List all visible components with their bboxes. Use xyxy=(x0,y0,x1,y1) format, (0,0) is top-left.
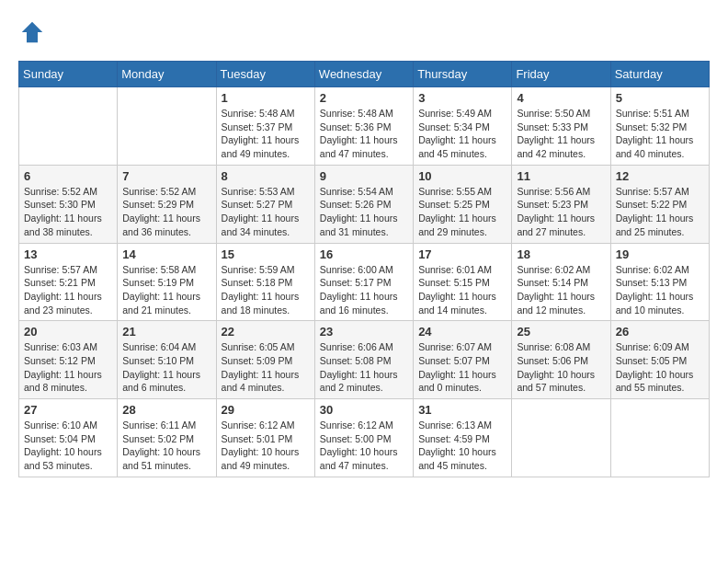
day-info: Sunrise: 6:05 AM Sunset: 5:09 PM Dayligh… xyxy=(222,340,310,395)
day-number: 14 xyxy=(122,247,210,261)
svg-marker-0 xyxy=(22,22,43,43)
day-info: Sunrise: 5:53 AM Sunset: 5:27 PM Dayligh… xyxy=(222,185,310,239)
calendar-cell: 31Sunrise: 6:13 AM Sunset: 4:59 PM Dayli… xyxy=(414,399,512,477)
day-info: Sunrise: 5:54 AM Sunset: 5:26 PM Dayligh… xyxy=(320,185,408,239)
day-info: Sunrise: 6:04 AM Sunset: 5:10 PM Dayligh… xyxy=(122,340,210,395)
calendar-cell: 9Sunrise: 5:54 AM Sunset: 5:26 PM Daylig… xyxy=(314,165,413,243)
calendar-cell: 2Sunrise: 5:48 AM Sunset: 5:36 PM Daylig… xyxy=(314,87,413,166)
day-number: 28 xyxy=(122,403,210,417)
day-info: Sunrise: 6:12 AM Sunset: 5:00 PM Dayligh… xyxy=(320,419,408,473)
day-info: Sunrise: 5:51 AM Sunset: 5:32 PM Dayligh… xyxy=(616,107,704,161)
day-number: 29 xyxy=(222,403,310,417)
calendar-cell: 27Sunrise: 6:10 AM Sunset: 5:04 PM Dayli… xyxy=(19,399,118,477)
day-info: Sunrise: 6:00 AM Sunset: 5:17 PM Dayligh… xyxy=(320,263,408,317)
calendar-cell: 12Sunrise: 5:57 AM Sunset: 5:22 PM Dayli… xyxy=(610,165,709,243)
day-number: 12 xyxy=(616,169,704,183)
day-info: Sunrise: 5:48 AM Sunset: 5:36 PM Dayligh… xyxy=(320,107,408,161)
calendar-cell xyxy=(19,87,118,166)
calendar-cell: 26Sunrise: 6:09 AM Sunset: 5:05 PM Dayli… xyxy=(610,321,709,399)
calendar-cell: 30Sunrise: 6:12 AM Sunset: 5:00 PM Dayli… xyxy=(314,399,413,477)
day-info: Sunrise: 5:58 AM Sunset: 5:19 PM Dayligh… xyxy=(122,263,210,317)
calendar-header-monday: Monday xyxy=(118,62,216,87)
calendar-cell: 5Sunrise: 5:51 AM Sunset: 5:32 PM Daylig… xyxy=(610,87,709,166)
day-number: 30 xyxy=(320,403,408,417)
day-number: 22 xyxy=(222,325,310,339)
calendar-week-row: 1Sunrise: 5:48 AM Sunset: 5:37 PM Daylig… xyxy=(19,87,710,166)
day-number: 11 xyxy=(517,169,605,183)
day-number: 6 xyxy=(24,169,112,183)
calendar-cell: 6Sunrise: 5:52 AM Sunset: 5:30 PM Daylig… xyxy=(19,165,118,243)
day-info: Sunrise: 6:13 AM Sunset: 4:59 PM Dayligh… xyxy=(418,419,506,473)
calendar-table: SundayMondayTuesdayWednesdayThursdayFrid… xyxy=(18,61,710,477)
day-number: 7 xyxy=(122,169,210,183)
day-number: 31 xyxy=(418,403,506,417)
calendar-cell: 16Sunrise: 6:00 AM Sunset: 5:17 PM Dayli… xyxy=(314,243,413,321)
day-info: Sunrise: 6:10 AM Sunset: 5:04 PM Dayligh… xyxy=(24,419,112,473)
day-info: Sunrise: 5:57 AM Sunset: 5:22 PM Dayligh… xyxy=(616,185,704,239)
day-info: Sunrise: 5:55 AM Sunset: 5:25 PM Dayligh… xyxy=(418,185,506,239)
day-number: 25 xyxy=(517,325,605,339)
day-info: Sunrise: 5:49 AM Sunset: 5:34 PM Dayligh… xyxy=(418,107,506,161)
calendar-week-row: 13Sunrise: 5:57 AM Sunset: 5:21 PM Dayli… xyxy=(19,243,710,321)
calendar-cell: 10Sunrise: 5:55 AM Sunset: 5:25 PM Dayli… xyxy=(414,165,512,243)
day-info: Sunrise: 5:52 AM Sunset: 5:30 PM Dayligh… xyxy=(24,185,112,239)
calendar-cell: 17Sunrise: 6:01 AM Sunset: 5:15 PM Dayli… xyxy=(414,243,512,321)
day-number: 20 xyxy=(24,325,112,339)
calendar-cell: 19Sunrise: 6:02 AM Sunset: 5:13 PM Dayli… xyxy=(610,243,709,321)
calendar-cell xyxy=(610,399,709,477)
day-number: 23 xyxy=(320,325,408,339)
calendar-cell xyxy=(118,87,216,166)
day-info: Sunrise: 6:06 AM Sunset: 5:08 PM Dayligh… xyxy=(320,340,408,395)
day-info: Sunrise: 5:56 AM Sunset: 5:23 PM Dayligh… xyxy=(517,185,605,239)
calendar-cell: 28Sunrise: 6:11 AM Sunset: 5:02 PM Dayli… xyxy=(118,399,216,477)
calendar-week-row: 20Sunrise: 6:03 AM Sunset: 5:12 PM Dayli… xyxy=(19,321,710,399)
day-number: 5 xyxy=(616,91,704,105)
calendar-cell xyxy=(512,399,610,477)
day-number: 19 xyxy=(616,247,704,261)
day-info: Sunrise: 5:48 AM Sunset: 5:37 PM Dayligh… xyxy=(222,107,310,161)
calendar-cell: 15Sunrise: 5:59 AM Sunset: 5:18 PM Dayli… xyxy=(216,243,314,321)
calendar-cell: 13Sunrise: 5:57 AM Sunset: 5:21 PM Dayli… xyxy=(19,243,118,321)
day-number: 27 xyxy=(24,403,112,417)
day-number: 21 xyxy=(122,325,210,339)
calendar-week-row: 6Sunrise: 5:52 AM Sunset: 5:30 PM Daylig… xyxy=(19,165,710,243)
day-info: Sunrise: 6:02 AM Sunset: 5:13 PM Dayligh… xyxy=(616,263,704,317)
calendar-header-row: SundayMondayTuesdayWednesdayThursdayFrid… xyxy=(19,62,710,87)
calendar-header-tuesday: Tuesday xyxy=(216,62,314,87)
day-info: Sunrise: 5:59 AM Sunset: 5:18 PM Dayligh… xyxy=(222,263,310,317)
day-info: Sunrise: 6:11 AM Sunset: 5:02 PM Dayligh… xyxy=(122,419,210,473)
day-number: 3 xyxy=(418,91,506,105)
calendar-cell: 11Sunrise: 5:56 AM Sunset: 5:23 PM Dayli… xyxy=(512,165,610,243)
day-info: Sunrise: 6:09 AM Sunset: 5:05 PM Dayligh… xyxy=(616,340,704,395)
day-number: 17 xyxy=(418,247,506,261)
logo xyxy=(18,18,50,46)
calendar-header-saturday: Saturday xyxy=(610,62,709,87)
day-number: 15 xyxy=(222,247,310,261)
calendar-cell: 29Sunrise: 6:12 AM Sunset: 5:01 PM Dayli… xyxy=(216,399,314,477)
day-info: Sunrise: 6:07 AM Sunset: 5:07 PM Dayligh… xyxy=(418,340,506,395)
calendar-cell: 21Sunrise: 6:04 AM Sunset: 5:10 PM Dayli… xyxy=(118,321,216,399)
day-info: Sunrise: 6:08 AM Sunset: 5:06 PM Dayligh… xyxy=(517,340,605,395)
calendar-week-row: 27Sunrise: 6:10 AM Sunset: 5:04 PM Dayli… xyxy=(19,399,710,477)
day-info: Sunrise: 5:52 AM Sunset: 5:29 PM Dayligh… xyxy=(122,185,210,239)
page-header xyxy=(18,18,710,46)
day-info: Sunrise: 6:01 AM Sunset: 5:15 PM Dayligh… xyxy=(418,263,506,317)
calendar-header-thursday: Thursday xyxy=(414,62,512,87)
calendar-cell: 18Sunrise: 6:02 AM Sunset: 5:14 PM Dayli… xyxy=(512,243,610,321)
day-info: Sunrise: 6:02 AM Sunset: 5:14 PM Dayligh… xyxy=(517,263,605,317)
calendar-cell: 7Sunrise: 5:52 AM Sunset: 5:29 PM Daylig… xyxy=(118,165,216,243)
calendar-cell: 25Sunrise: 6:08 AM Sunset: 5:06 PM Dayli… xyxy=(512,321,610,399)
day-number: 8 xyxy=(222,169,310,183)
calendar-cell: 1Sunrise: 5:48 AM Sunset: 5:37 PM Daylig… xyxy=(216,87,314,166)
day-number: 4 xyxy=(517,91,605,105)
day-number: 16 xyxy=(320,247,408,261)
calendar-cell: 4Sunrise: 5:50 AM Sunset: 5:33 PM Daylig… xyxy=(512,87,610,166)
day-info: Sunrise: 5:57 AM Sunset: 5:21 PM Dayligh… xyxy=(24,263,112,317)
day-number: 1 xyxy=(222,91,310,105)
calendar-cell: 23Sunrise: 6:06 AM Sunset: 5:08 PM Dayli… xyxy=(314,321,413,399)
calendar-cell: 22Sunrise: 6:05 AM Sunset: 5:09 PM Dayli… xyxy=(216,321,314,399)
day-info: Sunrise: 5:50 AM Sunset: 5:33 PM Dayligh… xyxy=(517,107,605,161)
day-number: 10 xyxy=(418,169,506,183)
calendar-cell: 8Sunrise: 5:53 AM Sunset: 5:27 PM Daylig… xyxy=(216,165,314,243)
calendar-header-sunday: Sunday xyxy=(19,62,118,87)
